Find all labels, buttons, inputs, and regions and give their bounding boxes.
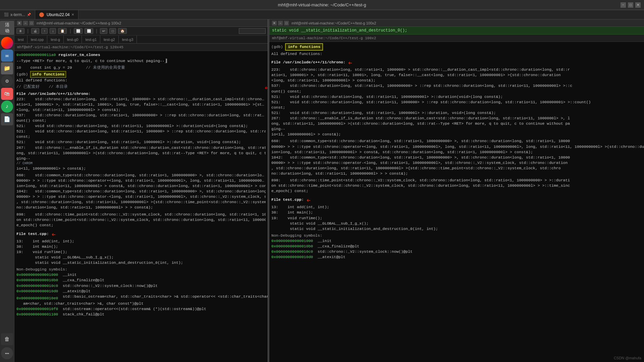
right-chrono-898b: on std::chrono::time_point<std::chrono::…: [271, 183, 644, 188]
right-chrono-660c: ion<long, std::ratio<11, 1000000000l> > …: [271, 149, 644, 155]
left-toolbar-home[interactable]: 🏠: [118, 28, 127, 34]
left-tab-testg2[interactable]: test-g2: [100, 36, 119, 43]
right-path-text: mhf@mhf-virtual-machine:~/Code/C++/test-…: [272, 36, 376, 40]
right-chrono-521c: const;: [271, 105, 644, 110]
left-toolbar-split[interactable]: ⬜: [74, 28, 83, 34]
right-prompt-text: (gdb): [271, 44, 285, 50]
left-tab-testg1[interactable]: test-g1: [82, 36, 100, 43]
left-chrono-521c: const;: [16, 134, 266, 139]
left-chrom-comment: // CHROM: [16, 161, 33, 166]
right-close-btn[interactable]: ✕: [272, 21, 277, 25]
files-icon[interactable]: 📁: [1, 62, 13, 74]
left-chrono-267c: ging--: [16, 156, 266, 161]
right-terminal-header: ✕ − □ mhf@mhf-virtual-machine:~/Code/C++…: [269, 19, 644, 27]
left-comment-section: // 已配套好 // 本目录 ➜: [16, 84, 266, 89]
right-sym1: 0x0000000000001000 __init: [271, 238, 644, 244]
left-search-input[interactable]: [239, 28, 266, 34]
left-addr: 0x0000000000011a0: [16, 52, 56, 58]
left-chrono-660b: 00000> > > ::type std::chrono::operator+…: [16, 178, 266, 183]
right-sym4: 0x00000000000010d0 __atexit@plt: [271, 254, 644, 260]
right-chrono-267c: ging--: [271, 126, 644, 132]
right-chrono-660b: 00000> > > ::type std::chrono::operator+…: [271, 144, 644, 149]
close-button[interactable]: ✕: [635, 2, 641, 8]
left-chrono-660: 660: std::common_type<std::chrono::durat…: [16, 173, 266, 178]
left-toolbar-copy[interactable]: 📋: [58, 28, 67, 34]
left-toolbar-down[interactable]: ↓: [50, 28, 56, 34]
tab-xterm-label: x-term...: [10, 12, 25, 17]
activities-icon[interactable]: 活动: [0, 21, 14, 35]
left-chrono-537b: ount() const;: [16, 118, 266, 123]
firefox-icon[interactable]: [1, 37, 13, 49]
left-comment: // 已配套好 // 本目录: [16, 84, 68, 89]
left-toolbar-split2[interactable]: ⬜: [85, 28, 93, 34]
right-chrono-521a: 521: void std::chrono::duration<long, st…: [271, 94, 644, 100]
right-terminal-content[interactable]: (gdb) info functions All defined functio…: [269, 42, 644, 362]
left-toolbar-up[interactable]: ↑: [41, 28, 48, 34]
right-max-btn[interactable]: □: [284, 21, 289, 25]
left-path-bar: mhf@mhf-virtual-machine:~/Code/C++/test-…: [14, 44, 268, 51]
left-tab-testg0[interactable]: test-g0: [64, 36, 82, 43]
maximize-button[interactable]: □: [628, 2, 633, 8]
left-tab-test[interactable]: test: [14, 36, 28, 43]
right-min-btn[interactable]: −: [278, 21, 283, 25]
left-chrono-1042: 1042: std::common_type<std::chrono::dura…: [16, 189, 266, 194]
mail-icon[interactable]: ✉: [1, 50, 13, 62]
left-file-testcpp: File test.cpp: ➜: [16, 229, 266, 239]
music-icon[interactable]: ♪: [1, 101, 13, 113]
left-toolbar-print[interactable]: 🖨: [31, 28, 39, 34]
right-arrow1: ➜: [348, 58, 352, 67]
reader-icon[interactable]: 📄: [1, 113, 13, 125]
tab-ubuntu[interactable]: Ubuntu22.04 ✕: [35, 10, 78, 19]
left-toolbar-wrap[interactable]: ↩: [100, 28, 107, 34]
left-chrono-898b: on std::chrono::time_point<std::chrono::…: [16, 217, 266, 223]
left-chrono-537: 537: std::chrono::duration<long, std::ra…: [16, 113, 266, 118]
left-min-btn[interactable]: −: [23, 21, 28, 25]
right-chrono-521b: 521: void std::chrono::duration<long, st…: [271, 100, 644, 105]
right-chrono-537: 537: std::chrono::duration<long, std::ra…: [271, 83, 644, 88]
left-toolbar-square[interactable]: □: [109, 28, 116, 34]
trash-icon[interactable]: 🗑: [1, 333, 13, 345]
window-title: mhf@mhf-virtual-machine: ~/Code/C++/test…: [278, 2, 366, 7]
left-tab-testcpp[interactable]: test.cpp: [28, 36, 48, 43]
left-test-global: static void __GLOBAL__sub_I_g_x();: [16, 255, 266, 260]
left-chrono-521a: 521: void std::chrono::duration<long, st…: [16, 123, 266, 129]
left-tab-testg[interactable]: test-g: [47, 36, 64, 43]
right-chrono-537b: ount() const;: [271, 89, 644, 94]
watermark: CSDN @mahufa: [614, 356, 641, 360]
left-sym2: 0x00000000000010b0 __cxa_finalize@plt: [16, 278, 266, 283]
left-chrono-io: io<1l, 1000000000l> > const&);: [16, 166, 266, 171]
left-sym4: 0x00000000000010d0 __atexit@plt: [16, 289, 266, 294]
left-max-btn[interactable]: □: [29, 21, 34, 25]
software-icon[interactable]: 🛍: [1, 88, 13, 100]
left-tab-testg3[interactable]: test-g3: [119, 36, 137, 43]
right-chrono-1042c: , std::chrono::duration<long, std::ratio…: [271, 166, 644, 171]
right-file-chrono-label: File /usr/include/c++/11/chrono:: [271, 60, 345, 65]
right-terminal: ✕ − □ mhf@mhf-virtual-machine:~/Code/C++…: [269, 19, 644, 362]
right-chrono-898c: e_epoch() const;: [271, 188, 644, 194]
right-gdb-prompt: (gdb) info functions: [271, 43, 644, 51]
right-info-functions-highlight: info functions: [285, 43, 323, 51]
right-chrono-1042d: no::duration<long, std::ratio<11, 100000…: [271, 171, 644, 176]
left-path-text: mhf@mhf-virtual-machine:~/Code/C++/test-…: [17, 45, 123, 49]
right-chrono-223: 223: std::chrono::duration<long, std::ra…: [271, 67, 644, 72]
left-non-debug: Non-Debugging symbols:: [16, 267, 266, 272]
apps-button[interactable]: ⋯: [1, 347, 13, 359]
right-chrono-223b: atio<1, 1000001> >, std::ratio<11, 10001…: [271, 72, 644, 78]
tab-xterm[interactable]: ⬛ x-term... 📌: [0, 10, 35, 19]
right-chrono-1042: 1042: std::common_type<std::chrono::dura…: [271, 155, 644, 160]
right-path-bar: mhf@mhf-virtual-machine:~/Code/C++/test-…: [269, 35, 644, 42]
minimize-button[interactable]: −: [621, 2, 626, 8]
left-test-static: static void __static_initialization_and_…: [16, 260, 266, 265]
right-test-19: 19: void runTime();: [271, 216, 644, 221]
left-chrono-223: 223: std::chrono::duration<long, std::ra…: [16, 97, 266, 102]
left-chrono-1042b: 00000> > > ::type std::chrono::operator-…: [16, 194, 266, 199]
left-close-btn[interactable]: ✕: [17, 21, 22, 25]
left-chrono-898c: e_epoch() const;: [16, 223, 266, 228]
left-terminal-content[interactable]: 0x0000000000011a0 register_tm_clones --T…: [14, 51, 268, 362]
right-test-global: static void __GLOBAL__sub_I_g_x();: [271, 221, 644, 226]
tab-close-icon[interactable]: ✕: [71, 13, 74, 16]
tab-xterm-pin: 📌: [27, 13, 31, 16]
right-chrono-521d: 521: void std::chrono::duration<long, st…: [271, 110, 644, 116]
left-toolbar-pause[interactable]: ⏸: [16, 28, 24, 34]
settings-icon[interactable]: ⚙: [1, 75, 13, 87]
